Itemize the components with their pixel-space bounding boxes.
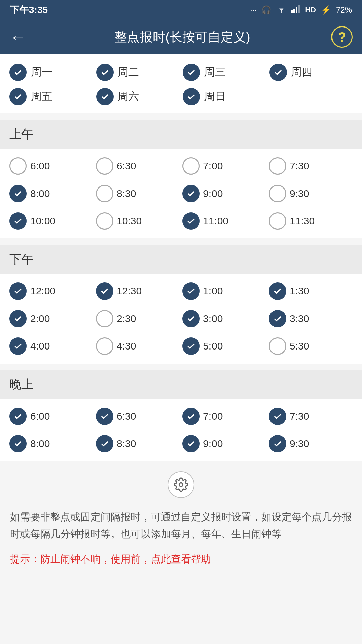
time-label: 4:00 (30, 340, 50, 352)
day-chip-fri[interactable]: 周五 (9, 88, 93, 105)
time-check-icon (9, 337, 27, 355)
check-icon (100, 412, 109, 421)
time-item[interactable]: 12:30 (96, 280, 180, 303)
time-item[interactable]: 6:30 (96, 405, 180, 428)
time-label: 8:00 (30, 188, 50, 199)
day-chip-sat[interactable]: 周六 (96, 88, 180, 105)
time-item[interactable]: 2:30 (96, 307, 180, 330)
time-item[interactable]: 9:00 (182, 182, 266, 205)
time-item[interactable]: 6:30 (96, 155, 180, 177)
day-label-thu: 周四 (291, 65, 312, 80)
time-label: 3:00 (203, 313, 223, 324)
section-header-afternoon: 下午 (0, 245, 362, 274)
time-item[interactable]: 11:30 (269, 210, 353, 232)
time-check-icon (96, 185, 113, 202)
time-label: 7:30 (290, 411, 309, 422)
time-label: 11:00 (203, 215, 228, 227)
day-selector: 周一 周二 周三 周四 周五 周六 周日 (0, 54, 362, 113)
day-label-mon: 周一 (31, 65, 52, 80)
day-check-tue (96, 64, 114, 81)
time-item[interactable]: 8:30 (96, 432, 180, 455)
time-item[interactable]: 7:00 (182, 155, 266, 177)
gear-icon (174, 477, 188, 492)
time-item[interactable]: 4:00 (9, 335, 93, 358)
check-icon (13, 189, 23, 198)
time-label: 5:00 (203, 340, 223, 352)
back-button[interactable]: ← (9, 23, 34, 50)
footer-hint[interactable]: 提示：防止闹钟不响，使用前，点此查看帮助 (0, 549, 362, 576)
time-item[interactable]: 4:30 (96, 335, 180, 358)
time-label: 9:30 (290, 188, 309, 199)
time-label: 9:00 (203, 188, 223, 199)
time-check-icon (96, 212, 113, 230)
check-icon (273, 412, 282, 421)
time-check-icon (96, 337, 113, 355)
day-check-wed (183, 64, 200, 81)
time-item[interactable]: 1:30 (269, 280, 353, 303)
time-check-icon (9, 408, 27, 425)
time-item[interactable]: 3:30 (269, 307, 353, 330)
time-label: 5:30 (290, 340, 309, 352)
time-item[interactable]: 8:30 (96, 182, 180, 205)
time-item[interactable]: 8:00 (9, 182, 93, 205)
time-check-icon (269, 408, 286, 425)
check-icon (273, 286, 282, 296)
time-item[interactable]: 10:30 (96, 210, 180, 232)
time-item[interactable]: 5:30 (269, 335, 353, 358)
svg-rect-1 (291, 10, 293, 13)
time-check-icon (269, 435, 286, 452)
time-item[interactable]: 7:30 (269, 405, 353, 428)
time-item[interactable]: 6:00 (9, 155, 93, 177)
time-check-icon (269, 310, 286, 327)
time-item[interactable]: 10:00 (9, 210, 93, 232)
time-check-icon (182, 157, 200, 175)
day-chip-wed[interactable]: 周三 (183, 64, 266, 81)
time-label: 1:00 (203, 285, 223, 297)
time-item[interactable]: 12:00 (9, 280, 93, 303)
time-label: 9:30 (290, 438, 309, 449)
time-check-icon (182, 282, 200, 300)
time-item[interactable]: 7:00 (182, 405, 266, 428)
battery-level: 72% (336, 5, 352, 15)
time-item[interactable]: 1:00 (182, 280, 266, 303)
day-check-mon (9, 64, 27, 81)
check-icon (186, 412, 196, 421)
time-item[interactable]: 9:30 (269, 432, 353, 455)
time-item[interactable]: 2:00 (9, 307, 93, 330)
time-label: 7:00 (203, 160, 223, 172)
time-check-icon (96, 435, 113, 452)
settings-button[interactable] (168, 471, 194, 498)
time-item[interactable]: 3:00 (182, 307, 266, 330)
time-label: 6:30 (117, 411, 136, 422)
check-icon (13, 92, 23, 101)
time-label: 6:00 (30, 160, 50, 172)
time-item[interactable]: 9:30 (269, 182, 353, 205)
day-label-sun: 周日 (204, 89, 226, 104)
time-item[interactable]: 8:00 (9, 432, 93, 455)
time-label: 2:30 (117, 313, 136, 324)
time-label: 8:30 (117, 188, 136, 199)
time-item[interactable]: 6:00 (9, 405, 93, 428)
day-label-sat: 周六 (118, 89, 139, 104)
check-icon (100, 92, 110, 101)
time-check-icon (269, 157, 286, 175)
day-chip-sun[interactable]: 周日 (183, 88, 266, 105)
check-icon (187, 68, 196, 77)
svg-rect-3 (296, 7, 297, 13)
time-item[interactable]: 7:30 (269, 155, 353, 177)
time-check-icon (96, 282, 113, 300)
time-label: 7:30 (290, 160, 309, 172)
day-chip-tue[interactable]: 周二 (96, 64, 180, 81)
check-icon (13, 439, 23, 448)
time-item[interactable]: 11:00 (182, 210, 266, 232)
check-icon (13, 412, 23, 421)
help-button[interactable]: ? (331, 26, 353, 48)
check-icon (187, 92, 196, 101)
time-item[interactable]: 9:00 (182, 432, 266, 455)
time-check-icon (96, 408, 113, 425)
time-item[interactable]: 5:00 (182, 335, 266, 358)
day-chip-thu[interactable]: 周四 (269, 64, 353, 81)
day-check-sun (183, 88, 200, 105)
check-icon (13, 286, 23, 296)
day-chip-mon[interactable]: 周一 (9, 64, 93, 81)
